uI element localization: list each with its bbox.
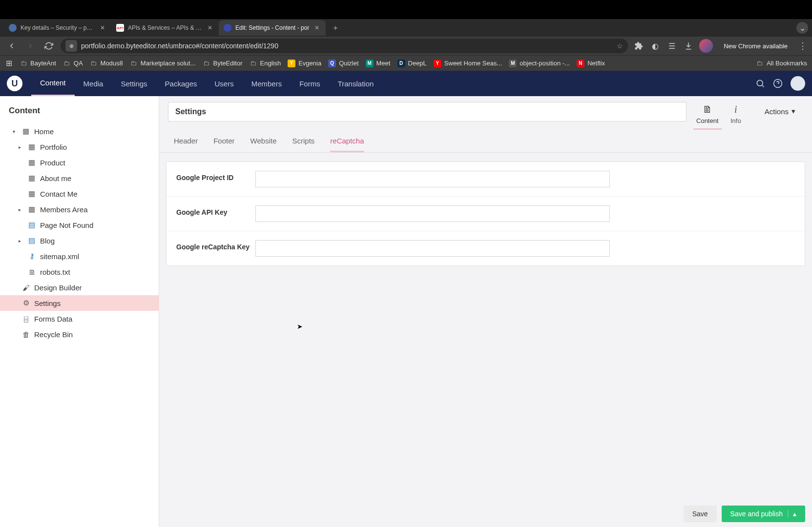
site-info-icon[interactable]: ⊕ [65, 40, 77, 52]
profile-avatar[interactable] [699, 39, 713, 53]
tree-item-blog[interactable]: ▸▤Blog [0, 233, 159, 248]
tree-item-forms-data[interactable]: ⌸Forms Data [0, 311, 159, 326]
nav-item-forms[interactable]: Forms [291, 71, 329, 96]
shield-icon [9, 24, 17, 32]
bookmark-item[interactable]: 🗀BayteAnt [20, 60, 56, 67]
bookmark-item[interactable]: Mobject-position -... [509, 60, 570, 67]
tree-item-about-me[interactable]: ▦About me [0, 170, 159, 186]
back-button[interactable] [5, 39, 19, 53]
nav-item-users[interactable]: Users [206, 71, 242, 96]
sub-tab-recaptcha[interactable]: reCaptcha [330, 137, 364, 152]
tree-item-product[interactable]: ▦Product [0, 155, 159, 170]
extensions-icon[interactable] [633, 40, 645, 52]
bookmark-item[interactable]: YSweet Home Seas... [434, 60, 502, 67]
field-input-google-project-id[interactable] [255, 171, 610, 187]
folder-icon: 🗀 [130, 60, 138, 67]
sub-tab-website[interactable]: Website [250, 137, 277, 152]
chrome-update-button[interactable]: New Chrome available [718, 40, 793, 53]
caret-up-icon[interactable]: ▴ [788, 510, 796, 518]
page-icon: ▦ [27, 158, 36, 167]
folder-icon: 🗀 [756, 60, 764, 67]
nav-item-members[interactable]: Members [243, 71, 291, 96]
site-icon: N [577, 60, 584, 67]
caret-icon[interactable]: ▸ [19, 144, 23, 150]
sub-tab-header[interactable]: Header [174, 137, 198, 152]
nav-item-translation[interactable]: Translation [329, 71, 383, 96]
close-icon[interactable]: ✕ [206, 24, 214, 32]
extension-icon[interactable]: ◐ [649, 40, 661, 52]
bookmark-item[interactable]: DDeepL [397, 60, 427, 67]
close-icon[interactable]: ✕ [313, 24, 321, 32]
sub-tab-scripts[interactable]: Scripts [292, 137, 314, 152]
bookmark-label: Evgenia [298, 60, 321, 67]
url-bar: ⊕ portfolio.demo.byteeditor.net/umbraco#… [0, 37, 812, 55]
umbraco-logo[interactable]: U [7, 76, 22, 91]
tree-item-design-builder[interactable]: 🖌Design Builder [0, 280, 159, 295]
tree-item-robots-txt[interactable]: 🗎robots.txt [0, 264, 159, 280]
forward-button[interactable] [23, 39, 37, 53]
caret-icon[interactable]: ▸ [19, 207, 23, 212]
tab-list-dropdown[interactable]: ⌄ [796, 22, 808, 34]
info-icon: i [734, 104, 737, 115]
tree-item-settings[interactable]: ⚙Settings [0, 295, 159, 311]
save-publish-button[interactable]: Save and publish ▴ [722, 506, 805, 522]
bookmark-item[interactable]: MMeet [366, 60, 391, 67]
browser-tab[interactable]: API APIs & Services – APIs & Ser ✕ [111, 20, 219, 36]
view-tab-info[interactable]: i Info [722, 102, 750, 130]
bookmark-item[interactable]: 🗀QA [63, 60, 83, 67]
bookmark-item[interactable]: 🗀ByteEditor [203, 60, 243, 67]
tree-item-home[interactable]: ▾▦Home [0, 123, 159, 139]
bookmark-label: Modus8 [101, 60, 123, 67]
view-tab-content[interactable]: 🗎 Content [693, 102, 722, 130]
tree-item-recycle-bin[interactable]: 🗑Recycle Bin [0, 326, 159, 342]
address-bar[interactable]: ⊕ portfolio.demo.byteeditor.net/umbraco#… [61, 39, 628, 53]
caret-icon[interactable]: ▸ [19, 238, 23, 243]
user-avatar[interactable] [791, 76, 805, 91]
tree-label: Product [40, 159, 65, 167]
page-alt-icon: ▤ [27, 236, 36, 245]
folder-icon: 🗀 [63, 60, 71, 67]
nav-item-content[interactable]: Content [31, 71, 75, 96]
tree-item-page-not-found[interactable]: ▤Page Not Found [0, 217, 159, 233]
tree-item-contact-me[interactable]: ▦Contact Me [0, 186, 159, 202]
sub-tab-footer[interactable]: Footer [213, 137, 234, 152]
close-icon[interactable]: ✕ [99, 24, 106, 32]
tree-label: Members Area [40, 205, 88, 214]
bookmark-item[interactable]: 🗀Marketplace solut... [130, 60, 196, 67]
bookmark-item[interactable]: YEvgenia [288, 60, 321, 67]
browser-tab-active[interactable]: Edit: Settings - Content - por ✕ [219, 20, 326, 36]
sitemap-icon: ⚷ [27, 252, 36, 261]
search-icon[interactable] [755, 79, 765, 88]
downloads-icon[interactable] [683, 40, 694, 52]
reload-button[interactable] [42, 39, 56, 53]
save-button[interactable]: Save [684, 506, 717, 522]
bookmark-label: Meet [376, 60, 391, 67]
browser-menu-icon[interactable]: ⋮ [798, 41, 807, 51]
browser-tab[interactable]: Key details – Security – portf ✕ [4, 20, 111, 36]
all-bookmarks-button[interactable]: 🗀 All Bookmarks [756, 60, 807, 67]
tree-item-portfolio[interactable]: ▸▦Portfolio [0, 139, 159, 155]
bookmark-item[interactable]: 🗀Modus8 [90, 60, 123, 67]
caret-down-icon: ▾ [791, 107, 795, 116]
tree-item-sitemap-xml[interactable]: ⚷sitemap.xml [0, 248, 159, 264]
page-alt-icon: ▤ [27, 221, 36, 229]
page-title-input[interactable] [168, 102, 687, 122]
bookmark-star-icon[interactable]: ☆ [617, 42, 623, 50]
actions-dropdown[interactable]: Actions ▾ [757, 102, 803, 121]
bookmark-label: English [260, 60, 281, 67]
caret-icon[interactable]: ▾ [13, 129, 18, 134]
bookmark-item[interactable]: QQuizlet [328, 60, 358, 67]
nav-item-packages[interactable]: Packages [156, 71, 206, 96]
reading-list-icon[interactable]: ☰ [666, 40, 678, 52]
field-input-google-recaptcha-key[interactable] [255, 240, 610, 257]
apps-icon[interactable]: ⊞ [5, 60, 13, 67]
nav-item-media[interactable]: Media [75, 71, 112, 96]
field-input-google-api-key[interactable] [255, 205, 610, 222]
tree-item-members-area[interactable]: ▸▦Members Area [0, 202, 159, 217]
bookmark-item[interactable]: 🗀English [250, 60, 281, 67]
main-content: 🗎 Content i Info Actions ▾ HeaderFooterW… [159, 96, 812, 527]
nav-item-settings[interactable]: Settings [112, 71, 156, 96]
help-icon[interactable] [773, 79, 783, 88]
bookmark-item[interactable]: NNetflix [577, 60, 605, 67]
new-tab-button[interactable]: ＋ [329, 21, 342, 35]
